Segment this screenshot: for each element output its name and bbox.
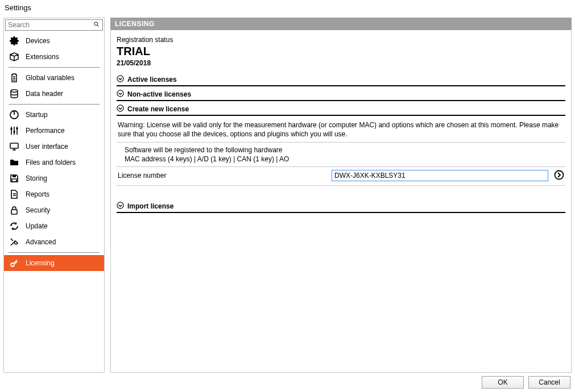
sidebar-item-performance[interactable]: Performance — [4, 123, 104, 139]
sidebar-separator — [9, 67, 100, 68]
lock-icon — [9, 205, 20, 216]
sliders-icon — [9, 125, 20, 136]
section-title: Create new license — [127, 105, 189, 113]
sidebar-item-user-interface[interactable]: User interface — [4, 139, 104, 155]
sidebar-item-label: Advanced — [26, 238, 56, 246]
box-icon — [9, 51, 20, 62]
sidebar-item-global-variables[interactable]: Global variables — [4, 70, 104, 86]
sidebar-item-startup[interactable]: Startup — [4, 107, 104, 123]
sidebar-item-label: Devices — [26, 37, 50, 45]
hardware-line2: MAC address (4 keys) | A/D (1 key) | CAN… — [125, 155, 565, 163]
sidebar-item-label: User interface — [26, 143, 68, 151]
key-icon — [9, 257, 20, 269]
arrow-right-icon — [554, 170, 564, 182]
create-license-warning: Warning: License will be valid only for … — [117, 116, 565, 142]
sidebar-item-storing[interactable]: Storing — [4, 170, 104, 186]
sidebar-item-label: Performance — [26, 127, 65, 135]
sidebar-item-reports[interactable]: Reports — [4, 186, 104, 202]
database-icon — [9, 88, 20, 99]
settings-sidebar: DevicesExtensionsGlobal variablesData he… — [3, 18, 105, 373]
license-number-input[interactable] — [332, 170, 548, 181]
search-box[interactable] — [5, 19, 103, 31]
section-title: Active licenses — [127, 76, 177, 84]
dialog-footer: OK Cancel — [0, 373, 575, 392]
section-nonactive-licenses[interactable]: Non-active licenses — [117, 86, 565, 101]
registration-status-date: 21/05/2018 — [117, 59, 565, 67]
panel-heading: LICENSING — [110, 18, 572, 30]
sidebar-item-label: Security — [26, 206, 50, 214]
sidebar-item-licensing[interactable]: Licensing — [4, 255, 104, 271]
submit-license-button[interactable] — [553, 169, 565, 182]
clipboard-icon — [9, 72, 20, 84]
sidebar-item-data-header[interactable]: Data header — [4, 86, 104, 102]
search-input[interactable] — [8, 21, 93, 29]
refresh-icon — [9, 220, 20, 232]
sidebar-item-devices[interactable]: Devices — [4, 33, 104, 49]
sidebar-item-extensions[interactable]: Extensions — [4, 49, 104, 65]
section-title: Import license — [127, 202, 173, 210]
hardware-line1: Software will be registered to the follo… — [125, 146, 565, 154]
sidebar-item-label: Licensing — [26, 259, 55, 267]
chevron-down-icon — [117, 90, 124, 99]
section-create-license[interactable]: Create new license — [117, 101, 565, 116]
section-active-licenses[interactable]: Active licenses — [117, 72, 565, 86]
monitor-icon — [9, 141, 20, 152]
sidebar-item-advanced[interactable]: Advanced — [4, 234, 104, 250]
section-import-license[interactable]: Import license — [117, 198, 565, 213]
power-icon — [9, 109, 20, 120]
sidebar-item-label: Data header — [26, 90, 63, 98]
sidebar-item-label: Startup — [26, 111, 48, 119]
chevron-down-icon — [117, 75, 124, 84]
sidebar-item-update[interactable]: Update — [4, 218, 104, 234]
ok-button[interactable]: OK — [482, 376, 524, 389]
chevron-down-icon — [117, 105, 124, 114]
section-title: Non-active licenses — [127, 90, 191, 98]
gear-icon — [9, 35, 20, 47]
license-number-label: License number — [117, 172, 327, 180]
sidebar-item-label: Files and folders — [26, 159, 76, 166]
sidebar-separator — [9, 104, 100, 105]
folder-icon — [9, 157, 20, 168]
chevron-down-icon — [117, 202, 124, 211]
tools-icon — [9, 236, 20, 248]
sidebar-item-label: Update — [26, 222, 48, 230]
licensing-panel: LICENSING Registration status TRIAL 21/0… — [110, 18, 572, 373]
hardware-registration-block: Software will be registered to the follo… — [117, 142, 565, 167]
document-icon — [9, 189, 20, 200]
sidebar-separator — [9, 252, 100, 253]
sidebar-item-label: Global variables — [26, 74, 75, 82]
search-icon — [93, 21, 100, 29]
registration-status-label: Registration status — [117, 36, 565, 44]
sidebar-item-label: Storing — [26, 174, 47, 182]
registration-status-value: TRIAL — [117, 45, 565, 58]
window-title: Settings — [0, 0, 575, 14]
sidebar-item-security[interactable]: Security — [4, 202, 104, 218]
sidebar-item-label: Reports — [26, 190, 49, 198]
save-icon — [9, 173, 20, 184]
sidebar-item-label: Extensions — [26, 53, 59, 61]
cancel-button[interactable]: Cancel — [528, 376, 570, 389]
sidebar-item-files-and-folders[interactable]: Files and folders — [4, 155, 104, 170]
